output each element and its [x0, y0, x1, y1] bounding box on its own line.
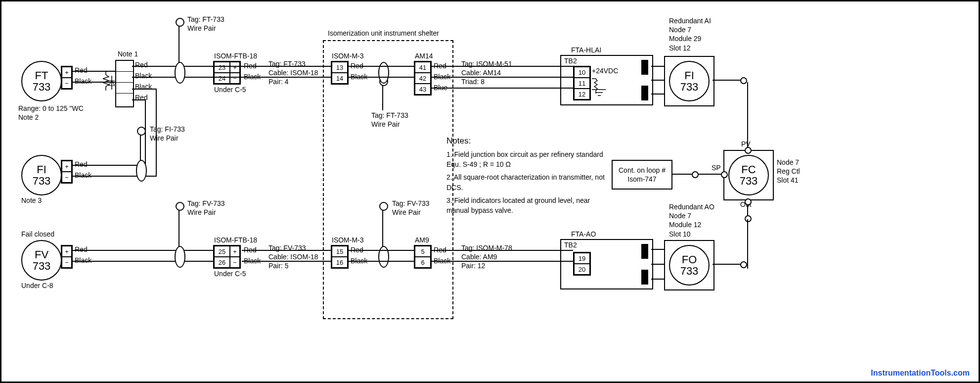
fo-desc: Redundant AO Node 7 Module 12 Slot 10: [669, 202, 714, 239]
instrument-fv-733: FV 733: [21, 240, 62, 281]
flag-ft2-a: Tag: FT-733: [371, 111, 408, 119]
flag-fv2-b: Wire Pair: [392, 208, 421, 216]
flag-ft-b: Wire Pair: [187, 24, 216, 32]
notes-title: Notes:: [446, 135, 610, 147]
am9-name: AM9: [415, 236, 429, 244]
note-3: 3. Field indicators located at ground le…: [446, 195, 610, 216]
instrument-num: 733: [680, 265, 699, 277]
shelter-title: Isomerization unit instrument shelter: [328, 29, 439, 37]
ft-note2: Note 2: [18, 113, 39, 121]
flag-fv2-a: Tag: FV-733: [392, 199, 430, 207]
connector-icon: [641, 60, 648, 75]
cable-up2-triad: Triad: 8: [461, 78, 485, 86]
ftb-name2: ISOM-FTB-18: [214, 236, 257, 244]
cable-dn1-pair: Pair: 5: [268, 262, 288, 270]
flag-fv-a: Tag: FV-733: [187, 199, 225, 207]
fi-dcs-desc: Redundant AI Node 7 Module 29 Slot 12: [669, 16, 711, 52]
cable-up1-cable: Cable: ISOM-18: [268, 69, 318, 77]
flag-ft-a: Tag: FT-733: [187, 15, 224, 23]
loop-diagram: FT 733 Range: 0 to 125 "WC Note 2 + − Re…: [0, 0, 980, 383]
flag-fi-a: Tag: FI-733: [150, 125, 185, 133]
flag-fv-b: Wire Pair: [187, 208, 216, 216]
instrument-tag: FV: [35, 249, 48, 260]
dcs-fc-box: FC 733: [723, 150, 774, 200]
instrument-tag: FI: [684, 70, 694, 81]
dcs-fo-box: FO 733: [664, 240, 714, 290]
am14-name: AM14: [415, 52, 433, 60]
instrument-tag: FI: [37, 164, 46, 175]
note1-label: Note 1: [118, 50, 138, 58]
fta-ao-name: FTA-AO: [571, 230, 596, 238]
watermark: InstrumentationTools.com: [871, 369, 970, 378]
fi-note3: Note 3: [21, 196, 42, 204]
junction-box-note1: [115, 60, 134, 107]
cont-on-loop-box: Cont. on loop #Isom-747: [612, 160, 672, 190]
m3-name2: ISOM-M-3: [332, 236, 364, 244]
wire-black: Black: [135, 72, 152, 80]
note-2: 2. All square-root characterization in t…: [446, 172, 610, 192]
fv-loc: Under C-8: [21, 282, 53, 289]
wire-red: Red: [135, 61, 148, 69]
note-1: 1. Field junction box circuit as per ref…: [446, 149, 610, 170]
instrument-num: 733: [33, 81, 51, 93]
fv-terminals: + −: [61, 245, 73, 269]
tb2-label2: TB2: [564, 241, 577, 249]
cable-dn2-cable: Cable: AM9: [461, 253, 497, 261]
label-24vdc: +24VDC: [592, 67, 618, 75]
fta-ao-box: TB2 19 20: [560, 239, 653, 289]
fta-hlai-name: FTA-HLAI: [571, 46, 601, 54]
rc-network-icon: [103, 71, 115, 100]
am14-terms: 41 42 43: [414, 61, 432, 96]
instrument-tag: FO: [682, 254, 697, 265]
instrument-ft-733: FT 733: [21, 61, 62, 101]
r-ground-icon: [591, 77, 616, 99]
flag-ft2-b: Wire Pair: [371, 120, 400, 128]
m3-name: ISOM-M-3: [332, 52, 364, 60]
ftb-loc2: Under C-5: [214, 270, 246, 278]
wire-black: Black: [75, 171, 91, 179]
wire-black: Black: [75, 256, 91, 264]
am9-terms: 5 6: [414, 245, 432, 269]
cable-dn1-cable: Cable: ISOM-18: [268, 253, 318, 261]
ftb-loc: Under C-5: [214, 86, 246, 94]
fv-fail: Fail closed: [21, 230, 54, 238]
cable-up1-pair: Pair: 4: [268, 78, 288, 86]
ftb-upper: 23+ 24−: [213, 61, 241, 85]
m3-lower: 15 16: [331, 245, 349, 269]
wire-red: Red: [75, 160, 88, 168]
ftb-name: ISOM-FTB-18: [214, 52, 257, 60]
instrument-tag: FT: [35, 70, 48, 81]
connector-icon: [641, 244, 648, 259]
instrument-fi-733-field: FI 733: [21, 155, 62, 195]
fc-desc: Node 7 Reg Ctl Slot 41: [777, 158, 800, 185]
ftb-lower: 25+ 26−: [213, 245, 241, 269]
flag-fi-b: Wire Pair: [150, 134, 178, 142]
instrument-num: 733: [33, 260, 51, 272]
tb2-label: TB2: [564, 57, 577, 65]
cable-dn2-pair: Pair: 12: [461, 262, 485, 270]
wire-red: Red: [75, 66, 88, 74]
fta-hlai-box: TB2 10 11 12 +24VDC: [560, 55, 653, 105]
connector-icon: [641, 270, 648, 285]
fc-sp: SP: [712, 164, 721, 172]
notes-block: Notes: 1. Field junction box circuit as …: [446, 135, 610, 215]
m3-upper: 13 14: [331, 61, 349, 85]
instrument-num: 733: [33, 175, 51, 187]
cable-up2-cable: Cable: AM14: [461, 69, 501, 77]
ft-range: Range: 0 to 125 "WC: [18, 104, 84, 112]
wire-red: Red: [75, 245, 88, 253]
instrument-num: 733: [680, 81, 699, 93]
instrument-tag: FC: [741, 164, 756, 175]
connector-icon: [641, 86, 648, 100]
dcs-fi-box: FI 733: [664, 56, 714, 106]
instrument-num: 733: [740, 175, 758, 187]
wire-black: Black: [75, 77, 91, 85]
ft-terminals: + −: [61, 66, 73, 90]
fi-terminals: + −: [61, 160, 73, 184]
